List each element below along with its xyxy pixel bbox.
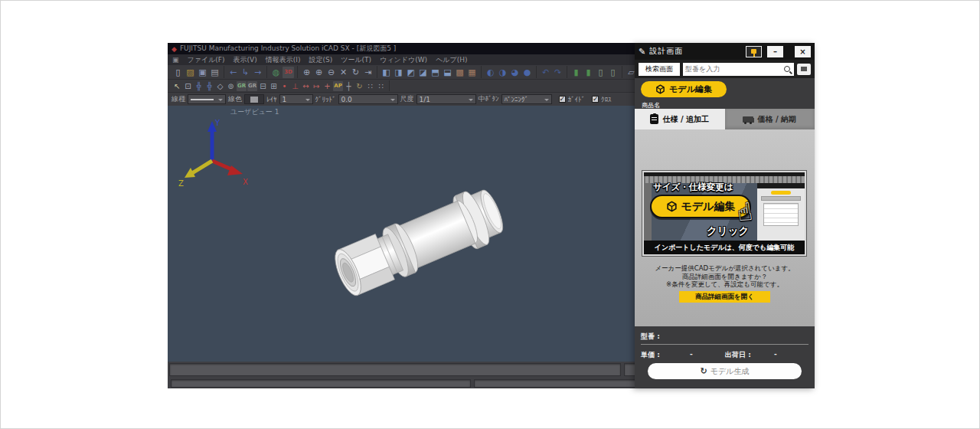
- globe-3d-icon[interactable]: ◍: [270, 67, 282, 78]
- middle-button-label: 中ﾎﾞﾀﾝ: [479, 94, 499, 104]
- group-inactive-icon[interactable]: GR: [247, 81, 257, 91]
- tab-spec-machining[interactable]: 仕様 / 追加工: [635, 109, 725, 129]
- panel-title: 設計画面: [649, 46, 742, 57]
- message-line-2: 商品詳細画面を開きますか？: [635, 273, 815, 281]
- tab-price-delivery[interactable]: 価格 / 納期: [725, 109, 815, 129]
- banner-cube-icon: [666, 201, 678, 212]
- snap-center-2-icon[interactable]: ╬: [204, 81, 214, 91]
- screenshot-stage: ◆ FUJITSU Manufacturing Industry Solutio…: [0, 0, 980, 429]
- status-field-left: [171, 379, 471, 388]
- polygon-tool-icon[interactable]: ◇: [215, 81, 225, 91]
- attach-tool-icon[interactable]: ⊚: [226, 81, 236, 91]
- layer-select[interactable]: 1: [279, 94, 313, 104]
- pipe-fitting-model[interactable]: [321, 159, 520, 313]
- box-split-icon[interactable]: ⊞: [269, 81, 279, 91]
- undo-icon[interactable]: ↶: [540, 67, 551, 78]
- solid-shade-2-icon[interactable]: ◑: [497, 67, 508, 78]
- menu-file[interactable]: ファイル(F): [188, 55, 225, 65]
- box-out-icon[interactable]: ⊟: [258, 81, 268, 91]
- close-button[interactable]: ×: [795, 46, 811, 57]
- zoom-in-icon[interactable]: ⊕: [313, 67, 325, 78]
- snap-end-icon[interactable]: ↦: [312, 81, 322, 91]
- middle-button-value: ﾊﾟﾝﾆﾝｸﾞ: [505, 96, 529, 103]
- group-active-icon[interactable]: GR: [237, 81, 247, 91]
- snap-cross-icon[interactable]: +: [322, 81, 332, 91]
- banner-mini-panel: [757, 183, 805, 241]
- layer-value: 1: [283, 96, 287, 103]
- snap-center-1-icon[interactable]: ╬: [194, 81, 204, 91]
- minimize-button[interactable]: –: [767, 46, 783, 57]
- select-box-icon[interactable]: ⊡: [183, 81, 193, 91]
- toolbar-group-view-cubes: ◧◨◩◪⬒⬓▩▦: [377, 66, 482, 78]
- search-input[interactable]: [685, 65, 784, 73]
- point-snap-icon[interactable]: •: [279, 81, 289, 91]
- layer-label: ﾚｲﾔ: [266, 96, 277, 103]
- view-right-icon[interactable]: ◪: [417, 67, 429, 78]
- search-screen-button[interactable]: 検索画面: [639, 63, 680, 76]
- banner-caption: インポートしたモデルは、何度でも編集可能: [644, 241, 805, 254]
- rotate-snap-icon[interactable]: ↻: [354, 81, 364, 91]
- pan-view-icon[interactable]: ⇥: [362, 67, 374, 78]
- pin-button[interactable]: [746, 46, 762, 57]
- new-file-icon[interactable]: ▯: [172, 67, 184, 78]
- forward-arrow-icon[interactable]: →: [252, 67, 263, 78]
- menu-window[interactable]: ウィンドウ(W): [380, 55, 427, 65]
- view-custom-2-icon[interactable]: ▦: [466, 67, 478, 78]
- menu-help[interactable]: ヘルプ(H): [436, 55, 467, 65]
- view-iso-icon[interactable]: ◧: [381, 67, 392, 78]
- window-restore-icon[interactable]: ▣: [172, 56, 179, 64]
- model-edit-button[interactable]: モデル編集: [641, 81, 727, 97]
- save-icon[interactable]: ▣: [197, 67, 208, 78]
- guide-checkbox[interactable]: [559, 96, 566, 103]
- menu-view[interactable]: 表示(V): [234, 55, 257, 65]
- generate-model-button[interactable]: ↻ モデル生成: [648, 363, 802, 379]
- zoom-cancel-icon[interactable]: ✕: [338, 67, 349, 78]
- view-bottom-icon[interactable]: ⬓: [442, 67, 453, 78]
- point-on-line-icon[interactable]: ⊥: [290, 81, 300, 91]
- grid-select[interactable]: 0.0: [338, 94, 398, 104]
- zoom-window-icon[interactable]: ⊕: [301, 67, 312, 78]
- grid-dots-1-icon[interactable]: ∷: [365, 81, 375, 91]
- part-on-2-icon[interactable]: ▮: [583, 67, 594, 78]
- redo-icon[interactable]: ↷: [552, 67, 564, 78]
- middle-button-select[interactable]: ﾊﾟﾝﾆﾝｸﾞ: [501, 94, 552, 104]
- line-type-select[interactable]: [188, 94, 226, 104]
- to-3d-icon[interactable]: 3D: [283, 67, 294, 78]
- view-front-icon[interactable]: ◨: [393, 67, 404, 78]
- cross-checkbox[interactable]: [592, 96, 599, 103]
- rotate-view-icon[interactable]: ↻: [350, 67, 361, 78]
- menu-settings[interactable]: 設定(S): [309, 55, 332, 65]
- menu-info[interactable]: 情報表示(I): [266, 55, 301, 65]
- menu-tools[interactable]: ツール(T): [341, 55, 371, 65]
- solid-shade-1-icon[interactable]: ◐: [485, 67, 496, 78]
- view-top-icon[interactable]: ◩: [405, 67, 416, 78]
- select-cursor-icon[interactable]: ↖: [172, 81, 182, 91]
- zoom-out-icon[interactable]: ⊖: [325, 67, 337, 78]
- search-icon[interactable]: [784, 66, 790, 72]
- scale-select[interactable]: 1/1: [416, 94, 476, 104]
- tab-price-label: 価格 / 納期: [757, 114, 796, 125]
- line-color-swatch[interactable]: [244, 94, 264, 104]
- part-on-1-icon[interactable]: ▮: [570, 67, 582, 78]
- guide-checkbox-label: ｶﾞｲﾄﾞ: [568, 96, 586, 103]
- open-product-detail-button[interactable]: 商品詳細画面を開く: [679, 291, 770, 303]
- back-arrow-icon[interactable]: ←: [227, 67, 239, 78]
- snap-mid-icon[interactable]: ↔: [301, 81, 311, 91]
- view-back-icon[interactable]: ⬒: [430, 67, 441, 78]
- branch-arrow-icon[interactable]: ↳: [240, 67, 251, 78]
- solid-shade-3-icon[interactable]: ◕: [509, 67, 521, 78]
- solid-shade-4-icon[interactable]: ●: [521, 67, 533, 78]
- toolbar-group-navigation: ←↳→: [224, 66, 267, 78]
- view-custom-1-icon[interactable]: ▩: [454, 67, 466, 78]
- unit-price-value: -: [690, 350, 693, 358]
- comment-button[interactable]: [797, 64, 811, 75]
- print-icon[interactable]: ▤: [209, 67, 220, 78]
- grid-dots-2-icon[interactable]: ∷: [376, 81, 386, 91]
- measure-grid-icon[interactable]: ┼: [344, 81, 354, 91]
- part-off-2-icon[interactable]: ▯: [607, 67, 619, 78]
- part-off-1-icon[interactable]: ▯: [595, 67, 606, 78]
- ap-mode-icon[interactable]: AP: [333, 81, 343, 91]
- toolbar-group-3d-mode: ◍3D: [267, 66, 298, 78]
- open-folder-icon[interactable]: ▨: [185, 67, 196, 78]
- toolbar-group-zoom-tools: ⊕⊕⊖✕↻⇥: [298, 66, 377, 78]
